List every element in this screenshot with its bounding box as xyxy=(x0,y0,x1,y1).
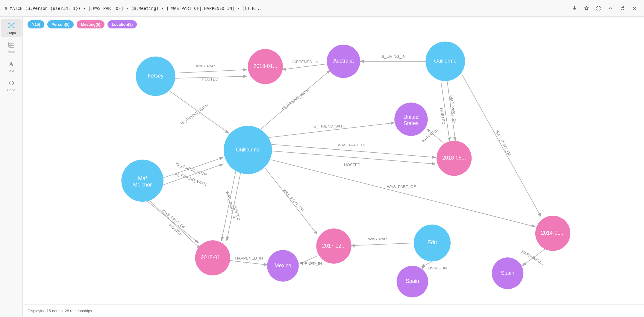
svg-point-77 xyxy=(248,49,283,84)
svg-line-54 xyxy=(271,160,535,227)
node-kelsey[interactable]: Kelsey xyxy=(136,57,175,96)
svg-point-83 xyxy=(316,228,351,263)
node-united-states[interactable]: United States xyxy=(394,103,428,136)
svg-text:HAPPENED_IN: HAPPENED_IN xyxy=(290,60,318,64)
sidebar-item-graph-label: Graph xyxy=(7,31,16,35)
svg-point-92 xyxy=(267,250,299,282)
svg-line-56 xyxy=(351,243,415,246)
node-meeting-2018-05[interactable]: 2018-05... xyxy=(437,141,472,176)
svg-point-72 xyxy=(121,160,163,202)
svg-point-1 xyxy=(8,23,10,24)
svg-point-68 xyxy=(425,42,465,81)
svg-line-5 xyxy=(10,24,11,25)
graph-icon xyxy=(8,22,15,30)
svg-text:WAS_PART_OF: WAS_PART_OF xyxy=(449,95,457,125)
graph-area: *(15) Person(5) Meeting(5) Location(5) xyxy=(23,17,644,317)
node-meeting-2014-01[interactable]: 2014-01... xyxy=(535,216,570,251)
svg-text:WAS_PART_OF: WAS_PART_OF xyxy=(387,184,416,189)
expand-button[interactable] xyxy=(594,4,603,13)
svg-line-14 xyxy=(174,70,247,73)
svg-line-8 xyxy=(12,26,13,27)
sidebar-item-text[interactable]: A Text xyxy=(1,57,22,75)
svg-point-94 xyxy=(397,266,428,298)
node-edu[interactable]: Edu xyxy=(414,225,451,261)
status-bar: Displaying 15 nodes, 28 relationships. xyxy=(23,304,644,317)
node-guillaume[interactable]: Guillaume xyxy=(224,126,272,174)
filter-location[interactable]: Location(5) xyxy=(107,20,137,28)
titlebar: $ MATCH (u:Person {userId: 1}) - [:WAS_P… xyxy=(0,0,644,17)
status-text: Displaying 15 nodes, 28 relationships. xyxy=(28,309,93,313)
download-button[interactable] xyxy=(570,4,579,13)
svg-point-96 xyxy=(492,257,524,289)
svg-point-87 xyxy=(327,45,360,78)
svg-line-7 xyxy=(10,26,11,27)
node-australia[interactable]: Australia xyxy=(327,45,360,78)
svg-point-75 xyxy=(414,225,451,261)
svg-rect-9 xyxy=(9,42,14,47)
svg-line-50 xyxy=(230,260,268,265)
sidebar-item-table-label: Table xyxy=(7,50,15,54)
sidebar-item-graph[interactable]: Graph xyxy=(1,19,22,37)
node-meeting-2017-12[interactable]: 2017-12... xyxy=(316,228,351,263)
node-meeting-2018-01a[interactable]: 2018-01... xyxy=(248,49,283,84)
svg-text:WAS_PART_OF: WAS_PART_OF xyxy=(495,129,512,157)
svg-line-6 xyxy=(12,24,13,25)
table-icon xyxy=(8,41,15,49)
node-spain-left[interactable]: Spain xyxy=(397,266,428,298)
svg-text:HOSTED: HOSTED xyxy=(344,163,360,167)
code-icon xyxy=(8,80,15,87)
sidebar-item-text-label: Text xyxy=(8,69,14,73)
main-content: Graph Table A xyxy=(0,17,644,317)
svg-text:WAS_PART_OF: WAS_PART_OF xyxy=(196,64,225,68)
svg-point-85 xyxy=(535,216,570,251)
svg-line-36 xyxy=(462,75,541,217)
svg-line-40 xyxy=(270,151,436,164)
graph-svg: WAS_PART_OF HOSTED IS_FRIEND_WITH IS_FRI… xyxy=(23,32,644,304)
svg-text:WAS_PART_OF: WAS_PART_OF xyxy=(368,237,397,241)
svg-text:IS_FRIEND_WITH: IS_FRIEND_WITH xyxy=(281,88,310,111)
node-guillermo[interactable]: Guillermo xyxy=(425,42,465,81)
svg-text:WAS_PART_OF: WAS_PART_OF xyxy=(282,188,304,213)
node-meeting-2018-01b[interactable]: 2018-01... xyxy=(195,240,230,275)
query-display: $ MATCH (u:Person {userId: 1}) - [:WAS_P… xyxy=(5,6,566,11)
svg-point-2 xyxy=(13,23,14,24)
text-icon: A xyxy=(8,60,15,68)
svg-point-70 xyxy=(224,126,272,174)
svg-text:WAS_PART_OF: WAS_PART_OF xyxy=(338,143,367,147)
node-spain-right[interactable]: Spain xyxy=(492,257,524,289)
svg-point-4 xyxy=(13,26,14,28)
svg-line-48 xyxy=(149,201,200,249)
svg-text:A: A xyxy=(9,61,13,67)
sidebar-item-code-label: Code xyxy=(7,88,15,92)
filter-all[interactable]: *(15) xyxy=(28,20,44,28)
svg-text:IS_FRIEND_WITH: IS_FRIEND_WITH xyxy=(313,124,346,128)
svg-point-66 xyxy=(136,57,175,96)
svg-text:IS_LIVING_IN: IS_LIVING_IN xyxy=(422,266,447,270)
graph-canvas: WAS_PART_OF HOSTED IS_FRIEND_WITH IS_FRI… xyxy=(23,32,644,304)
node-maf[interactable]: Maf Melchor xyxy=(121,160,163,202)
sidebar-item-code[interactable]: Code xyxy=(1,77,22,95)
main-window: $ MATCH (u:Person {userId: 1}) - [:WAS_P… xyxy=(0,0,644,317)
svg-text:IS_FRIEND_WITH: IS_FRIEND_WITH xyxy=(180,103,209,125)
close-button[interactable] xyxy=(630,4,639,13)
svg-line-26 xyxy=(282,64,327,70)
sidebar: Graph Table A xyxy=(0,17,23,317)
svg-line-46 xyxy=(145,199,198,243)
svg-text:IS_LIVING_IN: IS_LIVING_IN xyxy=(381,54,406,59)
pin-button[interactable] xyxy=(582,4,591,13)
up-button[interactable] xyxy=(606,4,615,13)
node-mexico[interactable]: Mexico xyxy=(267,250,299,282)
filter-person[interactable]: Person(5) xyxy=(47,20,74,28)
titlebar-actions xyxy=(570,4,639,13)
svg-text:HOSTED: HOSTED xyxy=(202,77,218,81)
svg-point-79 xyxy=(437,141,472,176)
filter-bar: *(15) Person(5) Meeting(5) Location(5) xyxy=(23,17,644,32)
sidebar-item-table[interactable]: Table xyxy=(1,38,22,56)
svg-point-81 xyxy=(195,240,230,275)
svg-text:HAPPENED_IN: HAPPENED_IN xyxy=(235,256,263,260)
svg-point-89 xyxy=(394,103,428,136)
svg-text:HAPPENED...: HAPPENED... xyxy=(521,249,545,266)
refresh-button[interactable] xyxy=(618,4,627,13)
filter-meeting[interactable]: Meeting(5) xyxy=(77,20,104,28)
svg-point-3 xyxy=(8,26,10,28)
